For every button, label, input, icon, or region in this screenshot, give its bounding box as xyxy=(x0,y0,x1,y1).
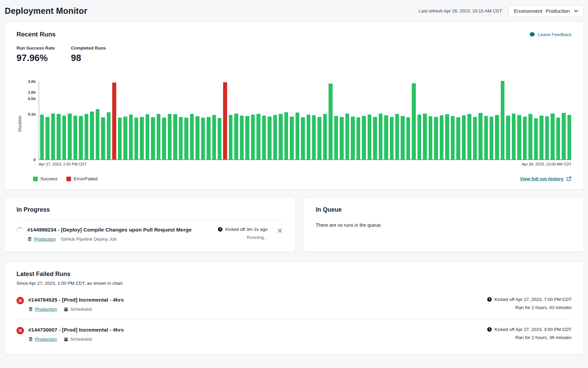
chart-bar-success[interactable] xyxy=(551,114,554,159)
production-link[interactable]: Production xyxy=(35,337,57,342)
chart-bar-success[interactable] xyxy=(429,116,432,159)
chart-bar-success[interactable] xyxy=(307,115,310,160)
chart-bar-success[interactable] xyxy=(368,115,371,160)
chart-bar-success[interactable] xyxy=(151,117,155,159)
chart-bar-success[interactable] xyxy=(467,114,471,159)
chart-bar-success[interactable] xyxy=(362,116,366,159)
chart-bar-success[interactable] xyxy=(96,109,99,159)
chart-bar-success[interactable] xyxy=(534,118,538,159)
chart-bar-success[interactable] xyxy=(440,115,443,159)
chart-bar-success[interactable] xyxy=(451,116,455,159)
chart-bar-success[interactable] xyxy=(379,114,382,159)
chart-bar-success[interactable] xyxy=(262,116,266,159)
chart-bar-success[interactable] xyxy=(323,114,327,159)
chart-bar-success[interactable] xyxy=(101,117,105,159)
chart-bar-success[interactable] xyxy=(445,114,449,159)
chart-bar-success[interactable] xyxy=(256,114,260,159)
chart-bar-success[interactable] xyxy=(312,115,316,159)
chart-bar-success[interactable] xyxy=(279,114,282,159)
chart-bar-success[interactable] xyxy=(62,116,66,159)
chart-bar-success[interactable] xyxy=(207,117,210,159)
chart-bar-success[interactable] xyxy=(146,114,149,159)
chart-bar-success[interactable] xyxy=(245,116,249,159)
chart-bar-success[interactable] xyxy=(118,118,122,159)
chart-bar-success[interactable] xyxy=(506,116,510,159)
chart-bar-success[interactable] xyxy=(57,114,60,159)
chart-bar-success[interactable] xyxy=(201,118,205,159)
chart-bar-success[interactable] xyxy=(218,118,221,159)
chart-bar-failed[interactable] xyxy=(223,82,227,159)
chart-bar-success[interactable] xyxy=(523,117,527,159)
chart-bar-success[interactable] xyxy=(140,117,144,159)
chart-bar-success[interactable] xyxy=(501,81,504,159)
chart-bar-success[interactable] xyxy=(406,117,410,159)
chart-bar-success[interactable] xyxy=(384,115,388,159)
chart-bar-success[interactable] xyxy=(340,117,343,159)
chart-bar-success[interactable] xyxy=(85,114,88,159)
chart-bar-success[interactable] xyxy=(123,117,127,159)
leave-feedback-link[interactable]: Leave Feedback xyxy=(529,32,571,37)
production-link[interactable]: Production xyxy=(34,237,56,242)
chart-bar-success[interactable] xyxy=(296,113,299,159)
chart-bar-success[interactable] xyxy=(195,116,199,159)
chart-bar-success[interactable] xyxy=(490,117,493,159)
chart-bar-success[interactable] xyxy=(417,115,421,160)
chart-bar-success[interactable] xyxy=(45,117,49,159)
chart-bar-success[interactable] xyxy=(478,113,482,159)
chart-bar-success[interactable] xyxy=(90,112,94,160)
chart-bar-success[interactable] xyxy=(545,116,549,159)
chart-bar-success[interactable] xyxy=(107,112,111,159)
chart-bar-success[interactable] xyxy=(40,115,44,160)
chart-bar-success[interactable] xyxy=(157,114,160,159)
chart-bar-success[interactable] xyxy=(373,117,377,159)
chart-bar-success[interactable] xyxy=(434,117,438,159)
chart-bar-success[interactable] xyxy=(173,114,177,159)
chart-bar-success[interactable] xyxy=(73,116,77,159)
chart-bar-success[interactable] xyxy=(190,114,194,159)
chart-bar-success[interactable] xyxy=(212,115,216,159)
chart-bar-success[interactable] xyxy=(357,117,360,159)
chart-bar-success[interactable] xyxy=(317,117,321,159)
chart-bar-success[interactable] xyxy=(423,114,427,159)
close-icon[interactable] xyxy=(277,227,283,234)
chart-bar-success[interactable] xyxy=(229,115,233,159)
chart-bar-success[interactable] xyxy=(412,83,415,159)
chart-bar-success[interactable] xyxy=(495,115,499,159)
chart-bar-success[interactable] xyxy=(51,114,55,159)
chart-bar-success[interactable] xyxy=(562,113,565,159)
chart-bar-success[interactable] xyxy=(473,117,477,159)
chart-bar-success[interactable] xyxy=(512,114,516,159)
chart-bar-success[interactable] xyxy=(528,114,532,159)
chart-bar-success[interactable] xyxy=(484,116,488,159)
chart-bar-success[interactable] xyxy=(456,117,460,159)
chart-bar-success[interactable] xyxy=(395,114,399,159)
chart-bar-success[interactable] xyxy=(462,115,466,159)
chart-bar-success[interactable] xyxy=(329,84,332,159)
chart-bar-success[interactable] xyxy=(251,115,255,159)
chart-bar-success[interactable] xyxy=(539,116,543,159)
chart-bar-success[interactable] xyxy=(79,116,83,159)
chart-bar-success[interactable] xyxy=(401,116,404,159)
chart-bar-failed[interactable] xyxy=(112,83,116,159)
chart-bar-success[interactable] xyxy=(162,118,166,159)
chart-bar-success[interactable] xyxy=(351,117,354,159)
chart-bar-success[interactable] xyxy=(240,116,244,159)
production-link[interactable]: Production xyxy=(35,307,57,312)
chart-bar-success[interactable] xyxy=(134,118,138,159)
chart-bar-success[interactable] xyxy=(68,114,71,159)
chart-bar-success[interactable] xyxy=(168,114,172,159)
chart-bar-success[interactable] xyxy=(390,117,394,159)
chart-bar-success[interactable] xyxy=(290,117,293,159)
chart-bar-success[interactable] xyxy=(334,116,338,159)
chart-bar-success[interactable] xyxy=(517,115,521,159)
chart-bar-success[interactable] xyxy=(284,112,288,159)
chart-bar-success[interactable] xyxy=(184,118,188,159)
chart-bar-success[interactable] xyxy=(345,114,349,159)
chart-bar-success[interactable] xyxy=(273,115,277,159)
chart-bar-success[interactable] xyxy=(268,117,271,159)
chart-bar-success[interactable] xyxy=(301,117,305,159)
chart-bar-success[interactable] xyxy=(567,115,571,159)
chart-bar-success[interactable] xyxy=(129,115,133,160)
view-full-run-history-link[interactable]: View full run history xyxy=(520,176,571,181)
chart-bar-success[interactable] xyxy=(179,117,183,159)
